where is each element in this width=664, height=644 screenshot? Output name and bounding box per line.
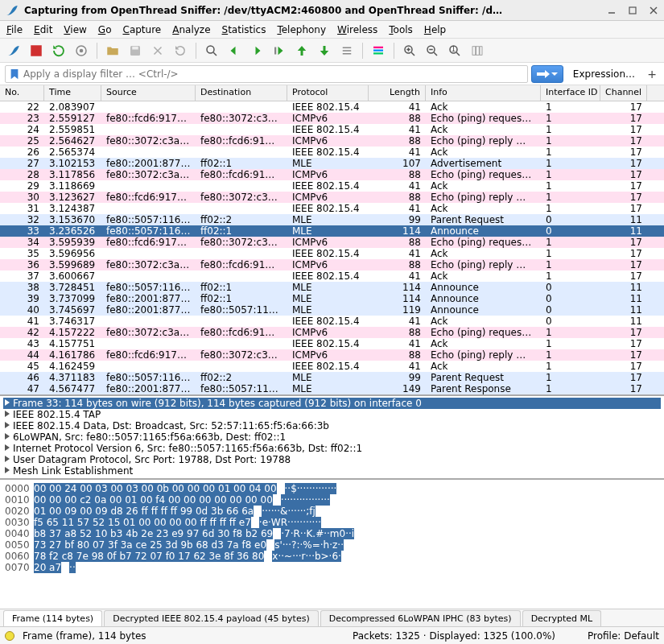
packet-bytes-pane[interactable]: 000000 00 24 00 03 00 03 00 0b 00 00 00 …: [0, 478, 664, 609]
detail-line[interactable]: Mesh Link Establishment: [3, 465, 661, 477]
packet-row[interactable]: 313.124387IEEE 802.15.441Ack117: [0, 203, 664, 214]
detail-line[interactable]: 6LoWPAN, Src: fe80::5057:1165:f56a:663b,…: [3, 431, 661, 443]
expand-icon[interactable]: [3, 420, 13, 431]
start-capture-button[interactable]: [5, 42, 23, 60]
open-file-button[interactable]: [104, 42, 122, 60]
column-no[interactable]: No.: [0, 85, 44, 101]
menu-go[interactable]: Go: [98, 24, 112, 35]
packet-row[interactable]: 303.123627fe80::fcd6:917…fe80::3072:c3…I…: [0, 192, 664, 203]
column-protocol[interactable]: Protocol: [287, 85, 369, 101]
packet-row[interactable]: 232.559127fe80::fcd6:917…fe80::3072:c3…I…: [0, 113, 664, 124]
expression-button[interactable]: Expression…: [567, 68, 641, 80]
detail-line[interactable]: IEEE 802.15.4 TAP: [3, 409, 661, 420]
status-profile[interactable]: Profile: Default: [588, 630, 659, 642]
column-destination[interactable]: Destination: [196, 85, 287, 101]
hex-row[interactable]: 001000 00 00 c2 0a 00 01 00 f4 00 00 00 …: [5, 494, 659, 506]
menu-view[interactable]: View: [64, 24, 86, 35]
hex-row[interactable]: 002001 00 09 00 09 d8 26 ff ff ff ff 99 …: [5, 506, 659, 517]
hex-row[interactable]: 0030f5 65 11 57 52 15 01 00 00 00 00 ff …: [5, 517, 659, 528]
display-filter-field[interactable]: [5, 65, 528, 83]
expand-icon[interactable]: [3, 398, 13, 409]
hex-row[interactable]: 005073 27 bf 80 07 3f 3a ce 25 3d 9b 68 …: [5, 539, 659, 551]
packet-details-pane[interactable]: Frame 33: 114 bytes on wire (912 bits), …: [0, 394, 664, 478]
hex-row[interactable]: 0040b8 37 a8 52 10 b3 4b 2e 23 e9 97 6d …: [5, 528, 659, 539]
colorize-button[interactable]: [369, 42, 387, 60]
add-filter-button[interactable]: +: [645, 67, 659, 81]
packet-row[interactable]: 363.599689fe80::3072:c3a…fe80::fcd6:91…I…: [0, 259, 664, 270]
close-file-button[interactable]: [149, 42, 167, 60]
packet-row[interactable]: 293.118669IEEE 802.15.441Ack117: [0, 180, 664, 192]
resize-columns-button[interactable]: [468, 42, 486, 60]
packet-row[interactable]: 444.161786fe80::fcd6:917…fe80::3072:c3…I…: [0, 349, 664, 361]
go-to-packet-button[interactable]: [270, 42, 288, 60]
packet-row[interactable]: 434.157751IEEE 802.15.441Ack117: [0, 338, 664, 349]
go-back-button[interactable]: [225, 42, 243, 60]
detail-line[interactable]: IEEE 802.15.4 Data, Dst: Broadcast, Src:…: [3, 420, 661, 431]
apply-filter-button[interactable]: [531, 65, 563, 83]
packet-row[interactable]: 373.600667IEEE 802.15.441Ack117: [0, 270, 664, 282]
detail-line[interactable]: User Datagram Protocol, Src Port: 19788,…: [3, 454, 661, 465]
hex-row[interactable]: 007020 a7··: [5, 562, 659, 573]
packet-row[interactable]: 474.567477fe80::2001:877…fe80::5057:11…M…: [0, 383, 664, 394]
packet-row[interactable]: 283.117856fe80::3072:c3a…fe80::fcd6:91…I…: [0, 169, 664, 180]
packet-list[interactable]: 222.083907IEEE 802.15.441Ack117232.55912…: [0, 101, 664, 394]
close-button[interactable]: [648, 5, 659, 16]
auto-scroll-button[interactable]: [338, 42, 356, 60]
packet-list-header[interactable]: No. Time Source Destination Protocol Len…: [0, 85, 664, 101]
column-time[interactable]: Time: [44, 85, 101, 101]
restart-capture-button[interactable]: [50, 42, 68, 60]
capture-options-button[interactable]: [72, 42, 90, 60]
packet-row[interactable]: 323.153670fe80::5057:116…ff02::2MLE99Par…: [0, 214, 664, 225]
packet-row[interactable]: 383.728451fe80::5057:116…ff02::1MLE114An…: [0, 282, 664, 293]
menu-file[interactable]: File: [6, 24, 23, 35]
packet-row[interactable]: 262.565374IEEE 802.15.441Ack117: [0, 147, 664, 158]
menu-capture[interactable]: Capture: [122, 24, 161, 35]
zoom-out-button[interactable]: [423, 42, 441, 60]
packet-row[interactable]: 333.236526fe80::5057:116…ff02::1MLE114An…: [0, 225, 664, 237]
save-file-button[interactable]: [126, 42, 144, 60]
go-first-button[interactable]: [293, 42, 311, 60]
expand-icon[interactable]: [3, 431, 13, 443]
expand-icon[interactable]: [3, 465, 13, 477]
detail-line[interactable]: Frame 33: 114 bytes on wire (912 bits), …: [3, 398, 661, 409]
packet-row[interactable]: 343.595939fe80::fcd6:917…fe80::3072:c3…I…: [0, 237, 664, 248]
packet-row[interactable]: 413.746317IEEE 802.15.441Ack011: [0, 316, 664, 327]
stop-capture-button[interactable]: [27, 42, 45, 60]
reload-button[interactable]: [171, 42, 189, 60]
hex-row[interactable]: 006078 f2 c8 7e 98 0f b7 72 07 f0 17 62 …: [5, 551, 659, 562]
go-last-button[interactable]: [316, 42, 333, 60]
display-filter-input[interactable]: [23, 68, 524, 80]
menu-telephony[interactable]: Telephony: [277, 24, 326, 35]
zoom-reset-button[interactable]: 1: [446, 42, 464, 60]
bytes-tab[interactable]: Frame (114 bytes): [3, 610, 102, 626]
column-source[interactable]: Source: [101, 85, 196, 101]
find-packet-button[interactable]: [203, 42, 221, 60]
menu-edit[interactable]: Edit: [34, 24, 52, 35]
packet-row[interactable]: 393.737099fe80::2001:877…ff02::1MLE114An…: [0, 293, 664, 304]
maximize-button[interactable]: [627, 5, 638, 16]
menu-tools[interactable]: Tools: [389, 24, 413, 35]
expert-info-led[interactable]: [5, 631, 14, 641]
go-forward-button[interactable]: [248, 42, 266, 60]
expand-icon[interactable]: [3, 409, 13, 420]
menu-analyze[interactable]: Analyze: [172, 24, 210, 35]
expand-icon[interactable]: [3, 454, 13, 465]
packet-row[interactable]: 424.157222fe80::3072:c3a…fe80::fcd6:91…I…: [0, 327, 664, 338]
zoom-in-button[interactable]: [401, 42, 419, 60]
column-channel[interactable]: Channel: [600, 85, 647, 101]
bytes-tab[interactable]: Decompressed 6LoWPAN IPHC (83 bytes): [320, 610, 521, 626]
packet-row[interactable]: 273.102153fe80::2001:877…ff02::1MLE107Ad…: [0, 158, 664, 169]
menu-help[interactable]: Help: [424, 24, 446, 35]
packet-row[interactable]: 242.559851IEEE 802.15.441Ack117: [0, 124, 664, 135]
bytes-tab[interactable]: Decrypted IEEE 802.15.4 payload (45 byte…: [104, 610, 319, 626]
packet-row[interactable]: 353.596956IEEE 802.15.441Ack117: [0, 248, 664, 259]
packet-row[interactable]: 252.564627fe80::3072:c3a…fe80::fcd6:91…I…: [0, 135, 664, 147]
minimize-button[interactable]: [606, 5, 617, 16]
packet-row[interactable]: 464.371183fe80::5057:116…ff02::2MLE99Par…: [0, 372, 664, 383]
menu-statistics[interactable]: Statistics: [222, 24, 266, 35]
column-interface-id[interactable]: Interface ID: [541, 85, 600, 101]
hex-row[interactable]: 000000 00 24 00 03 00 03 00 0b 00 00 00 …: [5, 483, 659, 494]
column-length[interactable]: Length: [369, 85, 426, 101]
detail-line[interactable]: Internet Protocol Version 6, Src: fe80::…: [3, 443, 661, 454]
packet-row[interactable]: 403.745697fe80::2001:877…fe80::5057:11…M…: [0, 304, 664, 316]
